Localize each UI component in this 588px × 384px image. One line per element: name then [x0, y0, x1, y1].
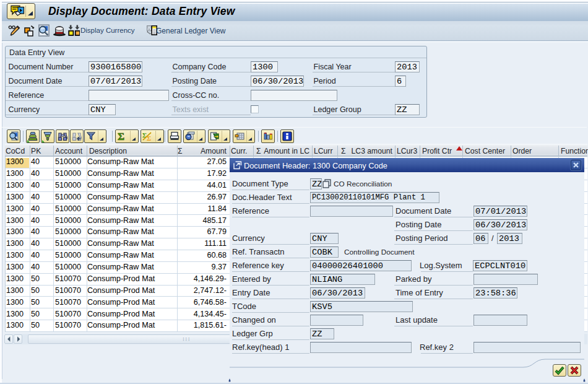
- svg-text:Σ: Σ: [118, 131, 124, 141]
